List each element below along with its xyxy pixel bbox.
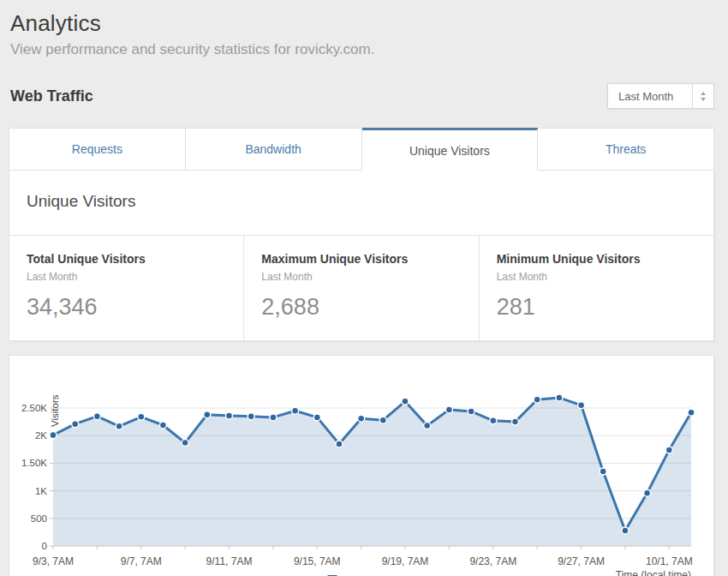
data-point — [379, 417, 386, 423]
stat-period: Last Month — [261, 271, 461, 283]
stat-value: 34,346 — [27, 294, 226, 321]
data-point — [622, 527, 629, 534]
tab-requests[interactable]: Requests — [9, 128, 186, 171]
panel-heading: Unique Visitors — [9, 171, 713, 235]
stat-period: Last Month — [27, 271, 226, 283]
stats-row: Total Unique Visitors Last Month 34,346 … — [9, 235, 713, 340]
data-point — [600, 468, 606, 475]
stat-value: 281 — [497, 294, 696, 321]
x-tick-label: 9/15, 7AM — [294, 555, 341, 567]
data-point — [226, 412, 233, 419]
stat-card-maximum: Maximum Unique Visitors Last Month 2,688 — [243, 236, 478, 340]
data-point — [292, 407, 299, 414]
x-tick-label: 9/11, 7AM — [206, 555, 253, 567]
data-point — [512, 418, 519, 425]
analytics-page: Analytics View performance and security … — [9, 10, 714, 576]
stat-title: Maximum Unique Visitors — [261, 252, 461, 266]
data-point — [490, 417, 497, 424]
tab-threats[interactable]: Threats — [538, 128, 714, 171]
section-title: Web Traffic — [10, 87, 93, 105]
data-point — [468, 408, 474, 415]
unique-visitors-chart[interactable]: 05001K1.50K2K2.50KVisitors9/3, 7AM9/7, 7… — [9, 355, 714, 576]
x-tick-label: 9/19, 7AM — [382, 555, 429, 567]
x-tick-label: 10/1, 7AM — [646, 555, 693, 567]
data-point — [116, 423, 122, 429]
spinner-icon[interactable] — [692, 84, 713, 108]
data-point — [445, 406, 452, 413]
chevron-up-icon — [701, 92, 706, 95]
data-point — [93, 413, 100, 420]
page-title: Analytics — [10, 10, 714, 37]
page-subtitle: View performance and security statistics… — [10, 41, 714, 58]
x-axis-title: Time (local time) — [616, 569, 691, 576]
data-point — [665, 447, 672, 453]
data-point — [313, 414, 320, 421]
data-point — [534, 396, 540, 403]
data-point — [556, 394, 563, 401]
y-tick-label: 500 — [31, 513, 47, 524]
data-point — [50, 432, 57, 439]
stat-title: Total Unique Visitors — [27, 252, 226, 266]
y-tick-label: 2.50K — [21, 403, 47, 413]
period-select-value: Last Month — [608, 90, 692, 103]
traffic-tabs: Requests Bandwidth Unique Visitors Threa… — [9, 128, 714, 171]
area-chart-svg[interactable]: 05001K1.50K2K2.50KVisitors9/3, 7AM9/7, 7… — [9, 362, 713, 576]
data-point — [138, 413, 145, 420]
tab-unique-visitors[interactable]: Unique Visitors — [362, 128, 539, 171]
data-point — [336, 441, 343, 447]
data-point — [644, 489, 651, 496]
y-tick-label: 1K — [35, 486, 47, 496]
x-tick-label: 9/27, 7AM — [558, 555, 605, 567]
stat-title: Minimum Unique Visitors — [497, 252, 696, 266]
x-tick-label: 9/23, 7AM — [469, 555, 516, 567]
y-tick-label: 2K — [35, 430, 47, 441]
y-axis-title: Visitors — [50, 394, 60, 427]
y-tick-label: 1.50K — [21, 458, 47, 468]
data-point — [578, 402, 585, 409]
data-point — [72, 421, 79, 428]
unique-visitors-panel: Unique Visitors Total Unique Visitors La… — [9, 171, 714, 341]
chevron-down-icon — [701, 98, 706, 101]
data-point — [204, 411, 211, 418]
data-point — [182, 440, 188, 447]
data-point — [248, 413, 254, 420]
data-point — [358, 415, 365, 422]
data-point — [270, 414, 277, 421]
data-point — [402, 398, 409, 405]
stat-card-minimum: Minimum Unique Visitors Last Month 281 — [479, 236, 713, 340]
data-point — [424, 423, 431, 429]
tab-bandwidth[interactable]: Bandwidth — [186, 128, 362, 171]
web-traffic-header: Web Traffic Last Month — [9, 82, 714, 110]
data-point — [159, 422, 166, 429]
stat-period: Last Month — [497, 271, 696, 283]
stat-card-total: Total Unique Visitors Last Month 34,346 — [9, 236, 243, 340]
period-select[interactable]: Last Month — [607, 83, 714, 109]
y-tick-label: 0 — [42, 541, 47, 551]
stat-value: 2,688 — [261, 294, 461, 321]
x-tick-label: 9/7, 7AM — [121, 555, 162, 567]
data-point — [688, 409, 695, 416]
x-tick-label: 9/3, 7AM — [33, 555, 74, 567]
